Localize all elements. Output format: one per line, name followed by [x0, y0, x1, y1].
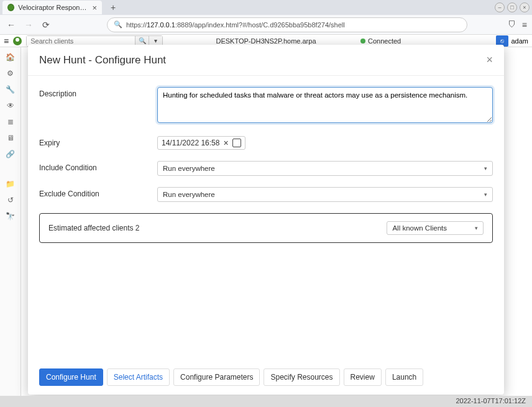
menu-icon[interactable]: ≡ — [522, 20, 527, 30]
tab-select-artifacts[interactable]: Select Artifacts — [107, 368, 170, 386]
affected-clients-box: Estimated affected clients 2 All known C… — [39, 213, 493, 243]
status-dot-icon — [360, 39, 365, 43]
sidebar-gear-icon[interactable]: ⚙ — [6, 68, 16, 78]
new-tab-button[interactable]: + — [107, 2, 119, 12]
minimize-button[interactable]: – — [495, 2, 505, 12]
chevron-down-icon: ▾ — [484, 191, 487, 198]
tab-configure-hunt[interactable]: Configure Hunt — [39, 368, 103, 386]
tab-review[interactable]: Review — [344, 368, 382, 386]
chevron-down-icon: ▾ — [484, 165, 487, 171]
sidebar-link-icon[interactable]: 🔗 — [6, 149, 16, 159]
tab-specify-resources[interactable]: Specify Resources — [264, 368, 339, 386]
include-condition-value: Run everywhere — [163, 165, 215, 172]
sidebar-binoculars-icon[interactable]: 🔭 — [6, 211, 16, 221]
modal-close-button[interactable]: × — [486, 53, 493, 66]
tab-launch[interactable]: Launch — [385, 368, 423, 386]
back-button[interactable]: ← — [5, 19, 17, 31]
include-condition-select[interactable]: Run everywhere ▾ — [157, 161, 493, 176]
clear-date-icon[interactable]: × — [223, 138, 228, 148]
app-logo — [12, 36, 22, 46]
description-input[interactable] — [157, 87, 493, 123]
shield-icon[interactable]: ⛉ — [508, 20, 516, 29]
tab-configure-parameters[interactable]: Configure Parameters — [173, 368, 260, 386]
affected-clients-label: Estimated affected clients 2 — [48, 224, 140, 232]
sidebar-wrench-icon[interactable]: 🔧 — [6, 85, 16, 94]
sidebar-list-icon[interactable]: ≣ — [6, 117, 16, 127]
username: adam — [511, 37, 528, 45]
sidebar-eye-icon[interactable]: 👁 — [6, 101, 16, 111]
exclude-condition-label: Exclude Condition — [39, 187, 157, 198]
url-bar[interactable]: 🔍 https://127.0.0.1:8889/app/index.html?… — [107, 17, 467, 32]
reload-button[interactable]: ⟳ — [40, 19, 52, 31]
exclude-condition-value: Run everywhere — [163, 191, 215, 198]
chevron-down-icon: ▾ — [475, 225, 478, 231]
search-icon: 🔍 — [114, 21, 122, 29]
tab-favicon — [7, 4, 14, 11]
connection-status: Connected — [360, 37, 401, 45]
browser-tab[interactable]: Velociraptor Response a × — [2, 1, 102, 14]
hamburger-icon[interactable]: ≡ — [4, 36, 9, 46]
close-window-button[interactable]: × — [520, 2, 530, 12]
hunt-modal: New Hunt - Configure Hunt × Description … — [28, 45, 504, 395]
calendar-icon[interactable] — [232, 139, 241, 147]
include-condition-label: Include Condition — [39, 161, 157, 172]
affected-clients-value: All known Clients — [392, 224, 447, 232]
maximize-button[interactable]: □ — [507, 2, 517, 12]
sidebar-folder-icon[interactable]: 📁 — [6, 179, 16, 189]
sidebar-server-icon[interactable]: 🖥 — [6, 133, 16, 143]
tab-title: Velociraptor Response a — [18, 4, 88, 11]
forward-button[interactable]: → — [22, 19, 35, 31]
close-tab-icon[interactable]: × — [92, 3, 97, 12]
timestamp: 2022-11-07T17:01:12Z — [0, 396, 532, 407]
modal-title: New Hunt - Configure Hunt — [39, 54, 166, 66]
url-text: https://127.0.0.1:8889/app/index.html?#/… — [126, 21, 345, 29]
expiry-label: Expiry — [39, 136, 157, 147]
sidebar-home-icon[interactable]: 🏠 — [6, 52, 16, 62]
svg-point-1 — [16, 38, 19, 42]
host-name: DESKTOP-DH3NS2P.home.arpa — [216, 37, 316, 45]
description-label: Description — [39, 87, 157, 98]
expiry-value[interactable]: 14/11/2022 16:58 — [162, 139, 219, 147]
affected-clients-select[interactable]: All known Clients ▾ — [387, 221, 484, 235]
sidebar-history-icon[interactable]: ↺ — [6, 195, 16, 205]
exclude-condition-select[interactable]: Run everywhere ▾ — [157, 187, 493, 202]
